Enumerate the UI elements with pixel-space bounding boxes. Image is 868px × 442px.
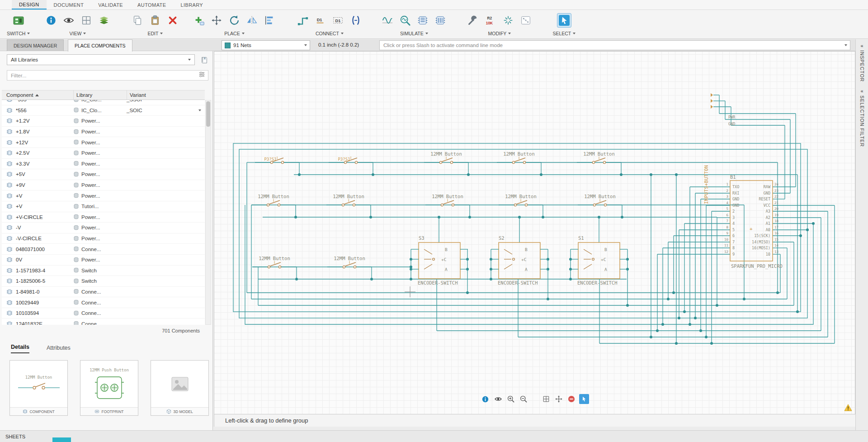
menu-tab-validate[interactable]: VALIDATE: [91, 0, 130, 10]
table-row[interactable]: +2.5V Power...: [2, 148, 205, 159]
open-library-button[interactable]: [199, 55, 209, 65]
menu-tab-design[interactable]: DESIGN: [12, 0, 47, 10]
svg-text:20: 20: [774, 207, 779, 211]
table-row[interactable]: *556 IC_Clo... _SOIC: [2, 105, 205, 116]
connect-menu[interactable]: CONNECT: [316, 31, 344, 36]
table-row[interactable]: *555 IC_Clo... _SSOP: [2, 100, 205, 105]
simulate-menu[interactable]: SIMULATE: [400, 31, 428, 36]
schematic-canvas[interactable]: P3?S1 P3?S1 12MM Button 12MM Button 12MM…: [214, 51, 855, 414]
header-library[interactable]: Library: [73, 90, 127, 100]
table-row[interactable]: +V Tutori...: [2, 201, 205, 212]
place-menu[interactable]: PLACE: [224, 31, 244, 36]
caret-down-icon: [188, 59, 191, 61]
table-row[interactable]: +3.3V Power...: [2, 159, 205, 170]
mirror-icon[interactable]: [245, 14, 259, 27]
menu-tab-document[interactable]: DOCUMENT: [47, 0, 91, 10]
push-buttons[interactable]: P3?S1 P3?S1 12MM Button 12MM Button 12MM…: [251, 151, 622, 268]
table-row[interactable]: +V Power...: [2, 190, 205, 201]
switch-board-icon[interactable]: [12, 14, 25, 27]
grid-toggle-button[interactable]: [541, 394, 551, 404]
wrench-icon[interactable]: [466, 14, 480, 27]
select-mode-button[interactable]: [579, 394, 589, 404]
menu-tab-library[interactable]: LIBRARY: [173, 0, 210, 10]
edit-menu[interactable]: EDIT: [147, 31, 163, 36]
table-row[interactable]: 1-1825006-5 Switch: [2, 276, 205, 287]
schematic[interactable]: P3?S1 P3?S1 12MM Button 12MM Button 12MM…: [220, 52, 850, 414]
table-row[interactable]: 10103594 Conne...: [2, 308, 205, 319]
layers-icon[interactable]: [97, 14, 111, 27]
memory-chip2-icon[interactable]: [434, 14, 447, 27]
pan-button[interactable]: [554, 394, 564, 404]
info-button[interactable]: [481, 394, 491, 404]
svg-text:11: 11: [724, 243, 728, 247]
table-row[interactable]: 0480371000 Conne...: [2, 244, 205, 255]
memory-chip-icon[interactable]: [416, 14, 429, 27]
net-class-icon[interactable]: [519, 14, 533, 27]
nets-dropdown[interactable]: 91 Nets: [222, 40, 310, 50]
tab-design-manager[interactable]: DESIGN MANAGER: [7, 39, 64, 51]
table-row[interactable]: +1.8V Power...: [2, 127, 205, 138]
command-input[interactable]: [380, 43, 844, 48]
paste-icon[interactable]: [148, 14, 162, 27]
tab-details[interactable]: Details: [11, 344, 29, 353]
tab-place-components[interactable]: PLACE COMPONENTS: [68, 39, 132, 52]
table-row[interactable]: +V-CIRCLE Power...: [2, 212, 205, 223]
encoder-switches[interactable]: S3 S2 S1 B +C A B +C A B +C A ENCODER-SW…: [411, 235, 627, 285]
list-scrollbar[interactable]: [205, 100, 211, 325]
info-icon[interactable]: [44, 14, 58, 27]
svg-text:10K: 10K: [486, 21, 493, 25]
switch-menu[interactable]: SWITCH: [7, 31, 30, 36]
net-wire-icon[interactable]: [296, 14, 310, 27]
table-row[interactable]: -V Power...: [2, 223, 205, 233]
table-row[interactable]: 0V Power...: [2, 255, 205, 266]
promicro-ic[interactable]: B1 + SPARKFUN_PRO_MICRO TXO RXI GND GND …: [724, 174, 783, 269]
modify-menu[interactable]: MODIFY: [488, 31, 511, 36]
remove-button[interactable]: [566, 394, 576, 404]
table-row[interactable]: 1-1571983-4 Switch: [2, 266, 205, 276]
net-label-icon[interactable]: D1: [314, 14, 327, 27]
sine-wave-icon[interactable]: [381, 14, 394, 27]
smash-icon[interactable]: [501, 14, 515, 27]
inspector-tab[interactable]: « INSPECTOR: [859, 43, 865, 82]
header-component[interactable]: Component: [6, 92, 73, 98]
select-tool-icon[interactable]: [557, 14, 571, 27]
move-icon[interactable]: [210, 14, 223, 27]
table-row[interactable]: 10029449 Conne...: [2, 297, 205, 308]
value-icon[interactable]: R210K: [484, 14, 497, 27]
table-row[interactable]: 1-84981-0 Conne...: [2, 287, 205, 298]
table-row[interactable]: +12V Power...: [2, 137, 205, 148]
grid-icon[interactable]: [80, 14, 93, 27]
tab-attributes[interactable]: Attributes: [47, 345, 71, 353]
header-variant[interactable]: Variant: [127, 90, 205, 100]
filter-input[interactable]: [7, 73, 198, 78]
delete-icon[interactable]: [166, 14, 179, 27]
copy-icon[interactable]: [131, 14, 144, 27]
probe-icon[interactable]: [398, 14, 412, 27]
table-row[interactable]: +1.2V Power...: [2, 116, 205, 127]
menu-tab-automate[interactable]: AUTOMATE: [130, 0, 173, 10]
bus-icon[interactable]: [349, 14, 363, 27]
visibility-button[interactable]: [493, 394, 503, 404]
svg-text:D1: D1: [317, 18, 322, 22]
zoom-in-button[interactable]: [506, 394, 516, 404]
table-row[interactable]: +9V Power...: [2, 180, 205, 191]
sheets-bar[interactable]: SHEETS: [0, 430, 868, 442]
variant-caret-icon[interactable]: [198, 109, 201, 111]
add-part-icon[interactable]: [192, 14, 206, 27]
filter-settings-icon[interactable]: [198, 71, 205, 80]
rotate-icon[interactable]: [227, 14, 241, 27]
warning-icon[interactable]: [844, 404, 852, 413]
table-row[interactable]: -V-CIRCLE Power...: [2, 233, 205, 244]
table-row[interactable]: +5V Power...: [2, 169, 205, 180]
view-menu[interactable]: VIEW: [70, 31, 86, 36]
zoom-out-button[interactable]: [519, 394, 528, 404]
align-icon[interactable]: [263, 14, 276, 27]
library-select[interactable]: All Libraries: [7, 54, 195, 65]
selection-filter-tab[interactable]: « SELECTION FILTER: [859, 88, 865, 147]
net-label-frame-icon[interactable]: D1: [331, 14, 345, 27]
select-menu[interactable]: SELECT: [552, 31, 576, 36]
scrollbar-thumb[interactable]: [206, 101, 210, 127]
table-row[interactable]: 12401832E... Conne...: [2, 318, 205, 325]
eye-icon[interactable]: [62, 14, 75, 27]
caret-down-icon[interactable]: [844, 44, 847, 46]
